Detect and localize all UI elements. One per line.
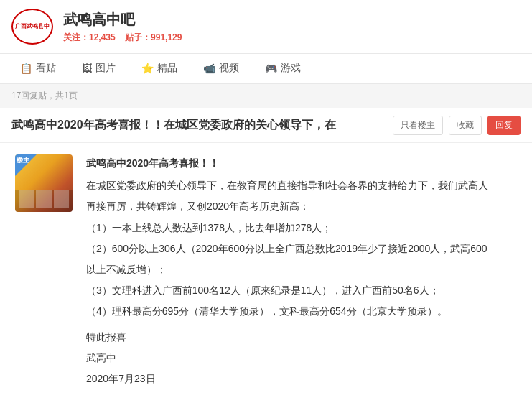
follow-count: 12,435 [89, 32, 116, 42]
avatar-image: 楼主 [15, 154, 73, 212]
avatar-block-2 [36, 190, 51, 208]
only-op-button[interactable]: 只看楼主 [393, 116, 443, 135]
nav-item-youxi[interactable]: 🎮 游戏 [252, 54, 314, 84]
post-count: 991,129 [151, 32, 182, 42]
post-line-4: （2）600分以上306人（2020年600分以上全广西总数比2019年少了接近… [86, 240, 521, 258]
reply-button[interactable]: 回复 [487, 116, 521, 135]
nav-item-jingpin[interactable]: ⭐ 精品 [129, 54, 190, 84]
nav-label-jingpin: 精品 [157, 62, 177, 75]
forum-info: 武鸣高中吧 关注：12,435 贴子：991,129 [63, 10, 182, 44]
post-content: 武鸣高中2020年高考喜报！！ 在城区党委政府的关心领导下，在教育局的直接指导和… [86, 154, 521, 388]
nav-item-kanpai[interactable]: 📋 看贴 [7, 54, 69, 84]
follow-label: 关注： [63, 32, 89, 42]
youxi-icon: 🎮 [265, 63, 277, 74]
breadcrumb-text: 17回复贴，共1页 [11, 91, 78, 101]
post-line-3: （1）一本上线总人数达到1378人，比去年增加278人； [86, 219, 521, 237]
nav-item-shipin[interactable]: 📹 视频 [190, 54, 252, 84]
forum-name: 武鸣高中吧 [63, 10, 182, 29]
post-line-0: 武鸣高中2020年高考喜报！！ [86, 154, 521, 172]
thread-title: 武鸣高中2020年高考喜报！！在城区党委政府的关心领导下，在 [11, 118, 393, 133]
post-line-6: （3）文理科进入广西前100名12人（原来纪录是11人），进入广西前50名6人； [86, 282, 521, 300]
logo-circle: 广西武鸣县中 [11, 9, 53, 45]
post-line-7: （4）理科最高分695分（清华大学预录），文科最高分654分（北京大学预录）。 [86, 302, 521, 320]
post-line-2: 再接再厉，共铸辉煌，又创2020年高考历史新高： [86, 198, 521, 216]
avatar-block-3 [54, 190, 69, 208]
avatar-block-1 [19, 190, 34, 208]
nav-label-kanpai: 看贴 [36, 62, 56, 75]
forum-stats: 关注：12,435 贴子：991,129 [63, 32, 182, 44]
post-line-1: 在城区党委政府的关心领导下，在教育局的直接指导和社会各界的支持给力下，我们武高人 [86, 177, 521, 195]
thread-title-bar: 武鸣高中2020年高考喜报！！在城区党委政府的关心领导下，在 只看楼主 收藏 回… [0, 108, 532, 143]
thread-container: 武鸣高中2020年高考喜报！！在城区党委政府的关心领导下，在 只看楼主 收藏 回… [0, 108, 532, 398]
post-line-8: 特此报喜 [86, 328, 521, 346]
page-header: 广西武鸣县中 武鸣高中吧 关注：12,435 贴子：991,129 [0, 0, 532, 54]
nav-item-tupian[interactable]: 🖼 图片 [69, 54, 129, 84]
forum-logo: 广西武鸣县中 [11, 9, 55, 45]
post-avatar-area: 楼主 [11, 154, 76, 391]
breadcrumb: 17回复贴，共1页 [0, 84, 532, 108]
thread-actions: 只看楼主 收藏 回复 [393, 116, 521, 135]
tupian-icon: 🖼 [82, 63, 92, 74]
post-area: 楼主 武鸣高中2020年高考喜报！！ 在城区党委政府的关心领导下，在教育局的直接… [0, 143, 532, 398]
nav-label-tupian: 图片 [95, 62, 116, 75]
shipin-icon: 📹 [203, 63, 215, 74]
post-body: 武鸣高中2020年高考喜报！！ 在城区党委政府的关心领导下，在教育局的直接指导和… [86, 154, 521, 391]
avatar-blocks [19, 190, 69, 208]
navigation-bar: 📋 看贴 🖼 图片 ⭐ 精品 📹 视频 🎮 游戏 [0, 54, 532, 84]
post-line-10: 2020年7月23日 [86, 370, 521, 388]
post-line-5: 以上不减反增）； [86, 261, 521, 279]
logo-text: 广西武鸣县中 [15, 23, 50, 30]
post-line-9: 武高中 [86, 349, 521, 367]
collect-button[interactable]: 收藏 [449, 116, 482, 135]
kanpai-icon: 📋 [20, 63, 32, 74]
jingpin-icon: ⭐ [141, 63, 154, 74]
楼主-badge-text: 楼主 [17, 156, 29, 165]
nav-label-youxi: 游戏 [281, 62, 301, 75]
nav-label-shipin: 视频 [219, 62, 239, 75]
post-label: 贴子： [125, 32, 151, 42]
